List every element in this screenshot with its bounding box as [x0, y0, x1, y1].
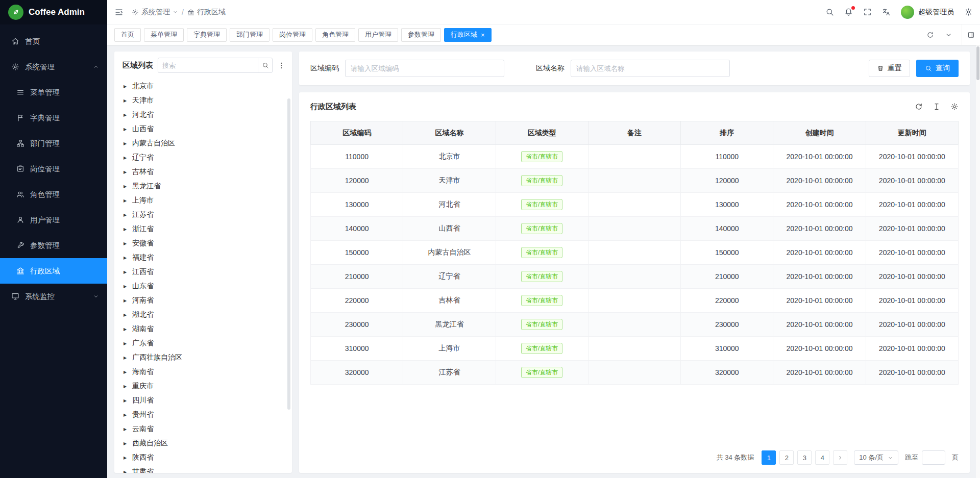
name-input[interactable]	[571, 60, 730, 77]
caret-right-icon[interactable]: ▶	[122, 413, 128, 417]
table-row[interactable]: 230000黑龙江省省市/直辖市2300002020-10-01 00:00:0…	[311, 313, 959, 337]
caret-right-icon[interactable]: ▶	[122, 441, 128, 446]
tab-home[interactable]: 首页	[114, 28, 141, 42]
region-search-input[interactable]	[158, 62, 258, 69]
tree-scrollbar[interactable]	[287, 98, 290, 410]
tab-role[interactable]: 角色管理	[315, 28, 355, 42]
breadcrumb-system[interactable]: 系统管理	[132, 8, 178, 17]
caret-right-icon[interactable]: ▶	[122, 156, 128, 160]
tab-close-icon[interactable]: ×	[481, 32, 485, 38]
caret-right-icon[interactable]: ▶	[122, 341, 128, 346]
caret-right-icon[interactable]: ▶	[122, 184, 128, 189]
tree-item[interactable]: ▶吉林省	[122, 165, 292, 179]
query-button[interactable]: 查询	[916, 60, 959, 77]
caret-right-icon[interactable]: ▶	[122, 470, 128, 473]
tree-item[interactable]: ▶浙江省	[122, 222, 292, 236]
tree-item[interactable]: ▶湖南省	[122, 322, 292, 336]
caret-right-icon[interactable]: ▶	[122, 370, 128, 374]
caret-right-icon[interactable]: ▶	[122, 284, 128, 289]
caret-right-icon[interactable]: ▶	[122, 170, 128, 174]
table-row[interactable]: 110000北京市省市/直辖市1100002020-10-01 00:00:00…	[311, 145, 959, 169]
tree-item[interactable]: ▶广西壮族自治区	[122, 350, 292, 365]
caret-right-icon[interactable]: ▶	[122, 113, 128, 117]
table-row[interactable]: 150000内蒙古自治区省市/直辖市1500002020-10-01 00:00…	[311, 241, 959, 265]
caret-right-icon[interactable]: ▶	[122, 456, 128, 460]
caret-right-icon[interactable]: ▶	[122, 270, 128, 274]
tree-item[interactable]: ▶山东省	[122, 279, 292, 293]
tree-item[interactable]: ▶上海市	[122, 193, 292, 208]
page-button-1[interactable]: 1	[762, 450, 776, 465]
caret-right-icon[interactable]: ▶	[122, 84, 128, 89]
sidebar-item-role[interactable]: 角色管理	[0, 182, 107, 207]
table-row[interactable]: 130000河北省省市/直辖市1300002020-10-01 00:00:00…	[311, 193, 959, 217]
caret-right-icon[interactable]: ▶	[122, 213, 128, 217]
tree-item[interactable]: ▶江苏省	[122, 208, 292, 222]
caret-right-icon[interactable]: ▶	[122, 241, 128, 246]
caret-right-icon[interactable]: ▶	[122, 227, 128, 232]
table-row[interactable]: 320000江苏省省市/直辖市3200002020-10-01 00:00:00…	[311, 361, 959, 385]
caret-right-icon[interactable]: ▶	[122, 127, 128, 132]
sidebar-item-system[interactable]: 系统管理	[0, 54, 107, 80]
settings-button[interactable]	[950, 103, 959, 111]
tree-item[interactable]: ▶内蒙古自治区	[122, 136, 292, 150]
tab-post[interactable]: 岗位管理	[273, 28, 312, 42]
sidebar-item-dict[interactable]: 字典管理	[0, 105, 107, 131]
bell-button[interactable]	[844, 8, 853, 16]
tab-menu[interactable]: 菜单管理	[144, 28, 184, 42]
tree-item[interactable]: ▶广东省	[122, 336, 292, 350]
page-size-select[interactable]: 10 条/页	[854, 450, 898, 465]
caret-right-icon[interactable]: ▶	[122, 327, 128, 332]
layout-button[interactable]	[962, 24, 980, 45]
caret-right-icon[interactable]: ▶	[122, 356, 128, 360]
tree-item[interactable]: ▶山西省	[122, 122, 292, 136]
sidebar-item-post[interactable]: 岗位管理	[0, 156, 107, 182]
tree-item[interactable]: ▶福建省	[122, 250, 292, 265]
sidebar-item-param[interactable]: 参数管理	[0, 233, 107, 258]
reset-button[interactable]: 重置	[869, 60, 910, 77]
translate-button[interactable]	[882, 8, 891, 16]
tree-item[interactable]: ▶四川省	[122, 393, 292, 408]
search-button[interactable]	[825, 8, 834, 16]
tree-item[interactable]: ▶天津市	[122, 93, 292, 108]
caret-right-icon[interactable]: ▶	[122, 384, 128, 389]
page-button-4[interactable]: 4	[815, 450, 829, 465]
refresh-button[interactable]	[915, 103, 923, 111]
tree-item[interactable]: ▶江西省	[122, 265, 292, 279]
sidebar-item-dept[interactable]: 部门管理	[0, 131, 107, 156]
tree-item[interactable]: ▶甘肃省	[122, 465, 292, 473]
sidebar-item-region[interactable]: 行政区域	[0, 258, 107, 284]
tree-item[interactable]: ▶辽宁省	[122, 150, 292, 165]
page-button-2[interactable]: 2	[779, 450, 794, 465]
tree-item[interactable]: ▶云南省	[122, 422, 292, 436]
jump-page-input[interactable]	[922, 450, 945, 465]
code-input[interactable]	[345, 60, 504, 77]
region-search-button[interactable]	[258, 58, 272, 72]
tree-item[interactable]: ▶河北省	[122, 108, 292, 122]
caret-right-icon[interactable]: ▶	[122, 256, 128, 260]
sidebar-item-monitor[interactable]: 系统监控	[0, 284, 107, 309]
app-logo[interactable]: Coffee Admin	[0, 0, 107, 24]
table-row[interactable]: 310000上海市省市/直辖市3100002020-10-01 00:00:00…	[311, 337, 959, 361]
tree-item[interactable]: ▶重庆市	[122, 379, 292, 393]
next-page-button[interactable]	[833, 450, 847, 465]
tree-item[interactable]: ▶黑龙江省	[122, 179, 292, 193]
caret-right-icon[interactable]: ▶	[122, 427, 128, 432]
sidebar-item-home[interactable]: 首页	[0, 29, 107, 54]
panel-menu-button[interactable]	[277, 61, 286, 70]
tree-item[interactable]: ▶北京市	[122, 79, 292, 93]
caret-right-icon[interactable]: ▶	[122, 198, 128, 203]
fullscreen-button[interactable]	[863, 8, 872, 16]
table-row[interactable]: 140000山西省省市/直辖市1400002020-10-01 00:00:00…	[311, 217, 959, 241]
tree-item[interactable]: ▶贵州省	[122, 408, 292, 422]
sidebar-item-user[interactable]: 用户管理	[0, 207, 107, 233]
tab-region[interactable]: 行政区域×	[444, 28, 492, 42]
caret-right-icon[interactable]: ▶	[122, 313, 128, 317]
page-button-3[interactable]: 3	[797, 450, 812, 465]
settings-button[interactable]	[964, 8, 973, 16]
caret-right-icon[interactable]: ▶	[122, 141, 128, 146]
sidebar-item-menu[interactable]: 菜单管理	[0, 80, 107, 105]
tree-item[interactable]: ▶西藏自治区	[122, 436, 292, 450]
tab-dept[interactable]: 部门管理	[230, 28, 270, 42]
chevron-down-button[interactable]	[939, 24, 958, 45]
tree-item[interactable]: ▶湖北省	[122, 308, 292, 322]
